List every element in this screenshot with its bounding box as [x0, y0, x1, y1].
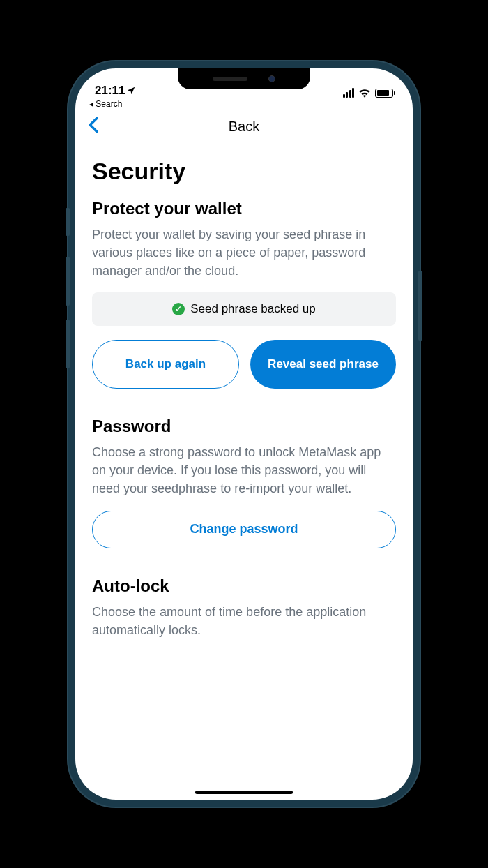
content: Security Protect your wallet Protect you…	[75, 142, 413, 797]
home-indicator[interactable]	[195, 791, 293, 794]
back-chevron-icon[interactable]	[88, 116, 99, 138]
check-circle-icon: ✓	[172, 303, 185, 315]
seed-status-pill: ✓ Seed phrase backed up	[92, 292, 396, 326]
nav-title: Back	[229, 119, 259, 135]
wifi-icon	[358, 88, 371, 98]
breadcrumb-label: Search	[96, 99, 122, 109]
password-heading: Password	[92, 417, 396, 436]
page-title: Security	[92, 158, 396, 185]
camera-icon	[268, 75, 275, 82]
change-password-button[interactable]: Change password	[92, 511, 396, 548]
speaker-icon	[213, 77, 247, 81]
location-arrow-icon	[126, 86, 136, 96]
notch	[178, 68, 310, 89]
seed-status-text: Seed phrase backed up	[190, 302, 316, 316]
breadcrumb[interactable]: ◂ Search	[75, 99, 413, 112]
phone-frame: 21:11 ◂ Search Back Security Protect you…	[68, 61, 420, 807]
autolock-heading: Auto-lock	[92, 576, 396, 596]
screen: 21:11 ◂ Search Back Security Protect you…	[75, 68, 413, 800]
nav-bar: Back	[75, 112, 413, 142]
protect-body: Protect your wallet by saving your seed …	[92, 225, 396, 280]
reveal-seed-button[interactable]: Reveal seed phrase	[250, 340, 396, 389]
side-button	[66, 208, 70, 236]
side-button	[66, 257, 70, 306]
autolock-body: Choose the amount of time before the app…	[92, 603, 396, 639]
protect-heading: Protect your wallet	[92, 199, 396, 218]
side-button	[66, 320, 70, 368]
status-time: 21:11	[95, 84, 125, 98]
password-body: Choose a strong password to unlock MetaM…	[92, 443, 396, 497]
cellular-signal-icon	[343, 88, 355, 98]
backup-again-button[interactable]: Back up again	[92, 340, 239, 389]
side-button	[418, 271, 422, 341]
battery-icon	[375, 89, 393, 98]
